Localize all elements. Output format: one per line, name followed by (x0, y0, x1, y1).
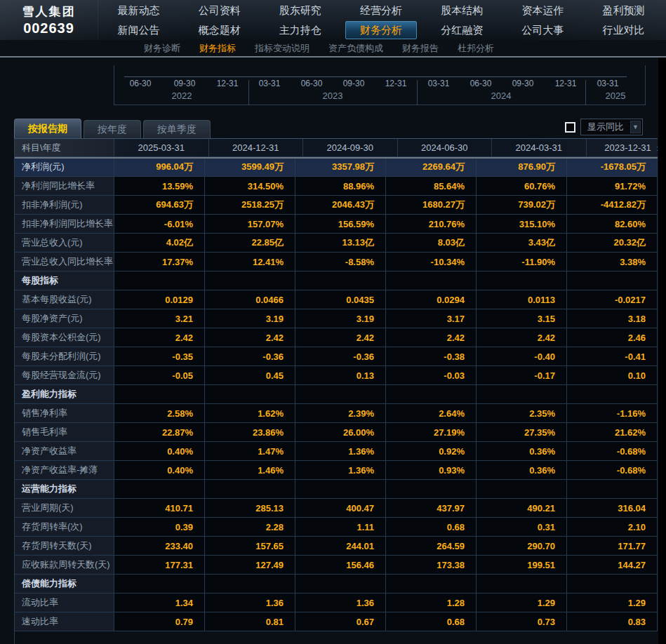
subnav-item-财务诊断[interactable]: 财务诊断 (144, 42, 180, 55)
cell-value: 0.0466 (205, 290, 295, 309)
subnav-item-资产负债构成[interactable]: 资产负债构成 (328, 42, 383, 55)
nav-item-最新动态[interactable]: 最新动态 (98, 1, 179, 20)
nav-item-分红融资[interactable]: 分红融资 (422, 20, 502, 40)
cell-value: 244.01 (295, 537, 386, 556)
cell-value: -0.03 (386, 366, 477, 385)
nav-item-财务分析[interactable]: 财务分析 (345, 21, 416, 39)
column-header-label: 2024-03-31 (516, 142, 563, 153)
row-label: 基本每股收益(元) (15, 290, 114, 309)
cell-value (386, 480, 477, 499)
nav-item-行业对比[interactable]: 行业对比 (583, 20, 664, 40)
table-row: 流动比率1.341.361.361.281.291.29 (15, 593, 658, 612)
table-row: 净利润(元)996.04万3599.49万3357.98万2269.64万876… (15, 158, 658, 177)
nav-item-新闻公告[interactable]: 新闻公告 (98, 20, 179, 40)
cell-value: 316.04 (567, 499, 658, 518)
row-label: 营业总收入(元) (15, 234, 114, 253)
cell-value (567, 385, 658, 404)
report-period-timeline: 06-3009-3012-3103-3106-3009-3012-3103-31… (114, 65, 646, 105)
cell-value: 1.46% (205, 461, 295, 480)
column-header-label: 2023-12-31 (604, 142, 651, 153)
company-name: 雪人集团 (22, 4, 76, 20)
cell-value: 3.19 (205, 309, 295, 328)
row-label: 偿债能力指标 (15, 575, 114, 593)
cell-value: 315.10% (477, 215, 567, 234)
timeline-date: 06-30 (130, 79, 152, 88)
subnav-item-杜邦分析[interactable]: 杜邦分析 (458, 42, 494, 55)
more-columns-icon[interactable]: » (657, 142, 658, 154)
column-header-2024-06-30: 2024-06-30 (398, 139, 493, 157)
cell-value: 13.13亿 (295, 234, 386, 253)
row-label: 扣非净利润同比增长率 (15, 215, 114, 234)
timeline-date: 03-31 (428, 79, 450, 88)
tab-按单季度[interactable]: 按单季度 (143, 120, 211, 138)
table-header-row: 科目\年度2025-03-312024-12-312024-09-302024-… (15, 139, 658, 159)
cell-value: 0.10 (567, 366, 658, 385)
cell-value: 177.31 (114, 556, 205, 575)
tab-按报告期[interactable]: 按报告期 (14, 119, 81, 138)
cell-value (477, 385, 567, 404)
nav-item-资本运作[interactable]: 资本运作 (502, 1, 583, 20)
stock-identity: 雪人集团 002639 (0, 0, 98, 40)
cell-value: 0.0113 (477, 290, 567, 309)
cell-value: 22.87% (114, 423, 205, 442)
cell-value: 2.42 (386, 328, 477, 347)
timeline-date: 12-31 (385, 79, 407, 88)
table-row: 偿债能力指标 (15, 575, 658, 593)
subnav-item-财务指标[interactable]: 财务指标 (199, 42, 236, 55)
cell-value: 3.19 (295, 309, 386, 328)
nav-item-股东研究[interactable]: 股东研究 (260, 1, 340, 20)
cell-value: -4412.82万 (567, 196, 658, 215)
table-row: 扣非净利润(元)694.63万2518.25万2046.43万1680.27万7… (15, 196, 658, 215)
nav-item-股本结构[interactable]: 股本结构 (422, 1, 502, 20)
nav-item-盈利预测[interactable]: 盈利预测 (583, 1, 664, 20)
cell-value (477, 271, 567, 290)
nav-item-概念题材[interactable]: 概念题材 (179, 20, 260, 40)
table-row: 净资产收益率-摊薄0.40%1.46%1.36%0.93%0.36%-0.68% (15, 461, 658, 480)
cell-value: 173.38 (386, 556, 477, 575)
tab-按年度[interactable]: 按年度 (84, 120, 141, 138)
table-row: 盈利能力指标 (15, 385, 658, 404)
show-yoy-checkbox[interactable] (565, 122, 575, 133)
cell-value: 21.62% (567, 423, 658, 442)
sub-nav: 财务诊断财务指标指标变动说明资产负债构成财务报告杜邦分析 (0, 40, 666, 56)
cell-value: 0.73 (477, 612, 567, 631)
nav-item-经营分析[interactable]: 经营分析 (340, 1, 421, 20)
cell-value: -0.36 (295, 347, 386, 366)
cell-value: 0.45 (205, 366, 295, 385)
chevron-down-icon[interactable]: ▼ (630, 121, 641, 133)
nav-item-公司大事[interactable]: 公司大事 (502, 20, 583, 40)
timeline-year-divider (417, 80, 418, 105)
cell-value (114, 575, 205, 593)
row-label: 速动比率 (15, 612, 114, 631)
cell-value: 285.13 (205, 499, 295, 518)
cell-value: 1.28 (386, 593, 477, 612)
cell-value: 60.76% (477, 177, 567, 196)
cell-value: 127.49 (205, 556, 295, 575)
cell-value: 1.29 (567, 593, 658, 612)
cell-value: 1.36% (295, 461, 386, 480)
subnav-item-财务报告[interactable]: 财务报告 (402, 42, 439, 55)
timeline-date: 09-30 (174, 79, 196, 88)
cell-value: 0.0294 (386, 290, 477, 309)
nav-item-主力持仓[interactable]: 主力持仓 (260, 20, 340, 40)
cell-value (205, 480, 295, 499)
timeline-year: 2025 (606, 90, 626, 101)
cell-value: 144.27 (567, 556, 658, 575)
cell-value: 23.86% (205, 423, 295, 442)
column-header-label: 2024-06-30 (421, 142, 468, 153)
cell-value: 233.40 (114, 537, 205, 556)
row-label: 流动比率 (15, 593, 114, 612)
cell-value: 210.76% (386, 215, 477, 234)
subnav-item-指标变动说明[interactable]: 指标变动说明 (255, 42, 309, 55)
cell-value: -10.34% (386, 253, 477, 271)
table-row: 净利润同比增长率13.59%314.50%88.96%85.64%60.76%9… (15, 177, 658, 196)
row-label: 营业周期(天) (15, 499, 114, 518)
cell-value: 13.59% (114, 177, 205, 196)
nav-item-公司资料[interactable]: 公司资料 (179, 1, 260, 20)
show-yoy-dropdown[interactable]: 显示同比 ▼ (580, 119, 643, 135)
cell-value: 3.15 (477, 309, 567, 328)
cell-value: 0.68 (386, 612, 477, 631)
cell-value: 27.19% (386, 423, 477, 442)
cell-value: 1680.27万 (386, 196, 477, 215)
cell-value: 0.93% (386, 461, 477, 480)
